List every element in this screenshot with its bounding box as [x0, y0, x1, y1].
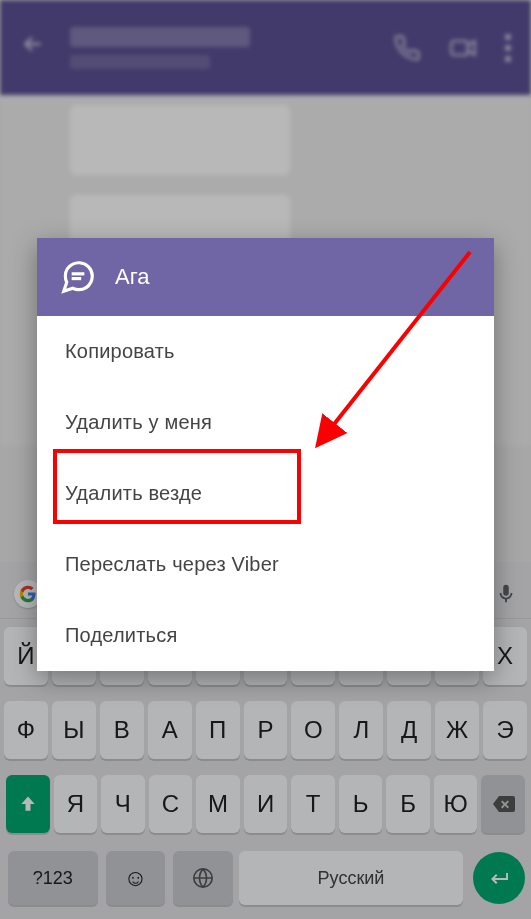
modal-title: Ага — [115, 264, 149, 290]
menu-item-share[interactable]: Поделиться — [37, 600, 494, 671]
modal-header: Ага — [37, 238, 494, 316]
menu-item-delete-everywhere[interactable]: Удалить везде — [37, 458, 494, 529]
menu-item-delete-for-me[interactable]: Удалить у меня — [37, 387, 494, 458]
menu-item-forward-viber[interactable]: Переслать через Viber — [37, 529, 494, 600]
menu-item-copy[interactable]: Копировать — [37, 316, 494, 387]
chat-bubble-icon — [59, 258, 97, 296]
message-context-menu: Ага Копировать Удалить у меня Удалить ве… — [37, 238, 494, 671]
